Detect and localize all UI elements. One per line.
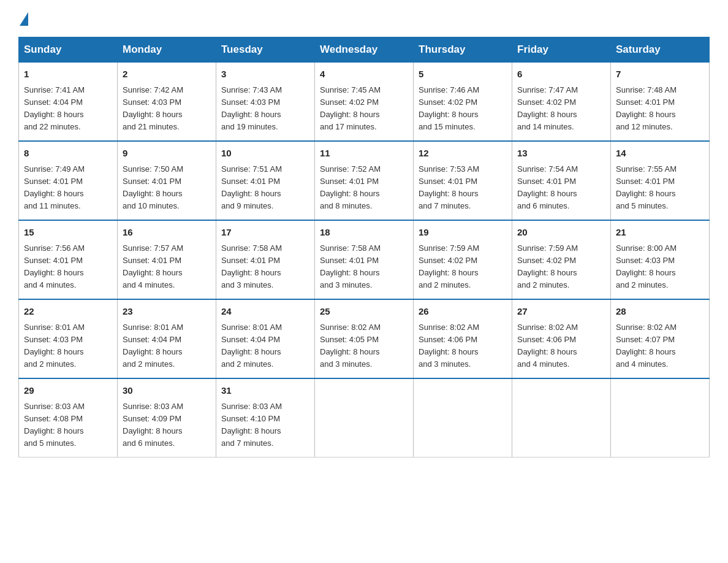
day-number: 29 [24,384,112,398]
calendar-cell: 24 Sunrise: 8:01 AMSunset: 4:04 PMDaylig… [216,299,315,378]
logo [18,12,29,26]
calendar-cell: 9 Sunrise: 7:50 AMSunset: 4:01 PMDayligh… [118,141,216,220]
calendar-cell: 3 Sunrise: 7:43 AMSunset: 4:03 PMDayligh… [216,63,315,142]
calendar-cell: 30 Sunrise: 8:03 AMSunset: 4:09 PMDaylig… [118,378,216,458]
day-number: 16 [123,226,211,240]
day-number: 22 [24,305,112,319]
day-info: Sunrise: 8:01 AMSunset: 4:04 PMDaylight:… [123,323,183,369]
day-info: Sunrise: 7:55 AMSunset: 4:01 PMDaylight:… [616,164,677,210]
day-info: Sunrise: 7:46 AMSunset: 4:02 PMDaylight:… [419,85,479,131]
day-info: Sunrise: 7:58 AMSunset: 4:01 PMDaylight:… [221,243,282,289]
day-info: Sunrise: 7:43 AMSunset: 4:03 PMDaylight:… [221,85,282,131]
day-number: 17 [221,226,309,240]
day-number: 1 [24,67,112,82]
calendar-cell: 21 Sunrise: 8:00 AMSunset: 4:03 PMDaylig… [611,220,710,299]
day-info: Sunrise: 7:51 AMSunset: 4:01 PMDaylight:… [221,164,282,210]
calendar-cell: 26 Sunrise: 8:02 AMSunset: 4:06 PMDaylig… [414,299,512,378]
day-number: 19 [419,226,507,240]
day-info: Sunrise: 7:45 AMSunset: 4:02 PMDaylight:… [320,85,381,131]
calendar-cell: 23 Sunrise: 8:01 AMSunset: 4:04 PMDaylig… [118,299,216,378]
day-number: 25 [320,305,408,319]
day-number: 28 [616,305,704,319]
calendar-cell: 6 Sunrise: 7:47 AMSunset: 4:02 PMDayligh… [512,63,611,142]
day-number: 13 [517,147,605,161]
calendar-cell: 10 Sunrise: 7:51 AMSunset: 4:01 PMDaylig… [216,141,315,220]
day-number: 20 [517,226,605,240]
calendar-cell: 20 Sunrise: 7:59 AMSunset: 4:02 PMDaylig… [512,220,611,299]
col-header-friday: Friday [512,37,611,63]
day-info: Sunrise: 7:50 AMSunset: 4:01 PMDaylight:… [123,164,183,210]
day-number: 6 [517,67,605,82]
day-info: Sunrise: 7:42 AMSunset: 4:03 PMDaylight:… [123,85,183,131]
logo-triangle-icon [20,12,28,26]
day-number: 14 [616,147,704,161]
day-number: 23 [123,305,211,319]
calendar-cell: 4 Sunrise: 7:45 AMSunset: 4:02 PMDayligh… [315,63,414,142]
day-number: 30 [123,384,211,398]
calendar-cell: 17 Sunrise: 7:58 AMSunset: 4:01 PMDaylig… [216,220,315,299]
calendar-cell: 25 Sunrise: 8:02 AMSunset: 4:05 PMDaylig… [315,299,414,378]
day-number: 9 [123,147,211,161]
day-number: 10 [221,147,309,161]
calendar-cell: 12 Sunrise: 7:53 AMSunset: 4:01 PMDaylig… [414,141,512,220]
calendar-cell: 28 Sunrise: 8:02 AMSunset: 4:07 PMDaylig… [611,299,710,378]
day-number: 18 [320,226,408,240]
day-number: 4 [320,67,408,82]
day-number: 26 [419,305,507,319]
day-info: Sunrise: 8:02 AMSunset: 4:05 PMDaylight:… [320,323,381,369]
calendar-cell: 5 Sunrise: 7:46 AMSunset: 4:02 PMDayligh… [414,63,512,142]
day-info: Sunrise: 7:52 AMSunset: 4:01 PMDaylight:… [320,164,381,210]
day-info: Sunrise: 7:56 AMSunset: 4:01 PMDaylight:… [24,243,85,289]
day-info: Sunrise: 8:03 AMSunset: 4:10 PMDaylight:… [221,402,282,448]
calendar-cell: 22 Sunrise: 8:01 AMSunset: 4:03 PMDaylig… [19,299,118,378]
col-header-thursday: Thursday [414,37,512,63]
calendar-cell [315,378,414,458]
day-info: Sunrise: 7:59 AMSunset: 4:02 PMDaylight:… [419,243,479,289]
day-info: Sunrise: 7:48 AMSunset: 4:01 PMDaylight:… [616,85,677,131]
col-header-wednesday: Wednesday [315,37,414,63]
day-number: 21 [616,226,704,240]
day-number: 7 [616,67,704,82]
day-info: Sunrise: 8:02 AMSunset: 4:06 PMDaylight:… [517,323,578,369]
calendar-cell: 18 Sunrise: 7:58 AMSunset: 4:01 PMDaylig… [315,220,414,299]
calendar-cell: 14 Sunrise: 7:55 AMSunset: 4:01 PMDaylig… [611,141,710,220]
day-info: Sunrise: 7:54 AMSunset: 4:01 PMDaylight:… [517,164,578,210]
calendar-cell: 1 Sunrise: 7:41 AMSunset: 4:04 PMDayligh… [19,63,118,142]
calendar-table: SundayMondayTuesdayWednesdayThursdayFrid… [18,37,710,458]
day-number: 5 [419,67,507,82]
day-info: Sunrise: 8:03 AMSunset: 4:09 PMDaylight:… [123,402,183,448]
day-info: Sunrise: 8:00 AMSunset: 4:03 PMDaylight:… [616,243,677,289]
day-info: Sunrise: 8:02 AMSunset: 4:06 PMDaylight:… [419,323,479,369]
day-number: 24 [221,305,309,319]
day-info: Sunrise: 7:49 AMSunset: 4:01 PMDaylight:… [24,164,85,210]
col-header-saturday: Saturday [611,37,710,63]
day-number: 31 [221,384,309,398]
calendar-cell: 13 Sunrise: 7:54 AMSunset: 4:01 PMDaylig… [512,141,611,220]
day-info: Sunrise: 8:03 AMSunset: 4:08 PMDaylight:… [24,402,85,448]
col-header-sunday: Sunday [19,37,118,63]
calendar-cell: 19 Sunrise: 7:59 AMSunset: 4:02 PMDaylig… [414,220,512,299]
calendar-cell: 2 Sunrise: 7:42 AMSunset: 4:03 PMDayligh… [118,63,216,142]
calendar-cell: 27 Sunrise: 8:02 AMSunset: 4:06 PMDaylig… [512,299,611,378]
day-number: 12 [419,147,507,161]
day-info: Sunrise: 8:01 AMSunset: 4:03 PMDaylight:… [24,323,85,369]
calendar-cell: 7 Sunrise: 7:48 AMSunset: 4:01 PMDayligh… [611,63,710,142]
col-header-tuesday: Tuesday [216,37,315,63]
calendar-cell: 16 Sunrise: 7:57 AMSunset: 4:01 PMDaylig… [118,220,216,299]
calendar-cell: 29 Sunrise: 8:03 AMSunset: 4:08 PMDaylig… [19,378,118,458]
day-info: Sunrise: 7:57 AMSunset: 4:01 PMDaylight:… [123,243,183,289]
day-number: 3 [221,67,309,82]
day-info: Sunrise: 7:59 AMSunset: 4:02 PMDaylight:… [517,243,578,289]
calendar-cell: 31 Sunrise: 8:03 AMSunset: 4:10 PMDaylig… [216,378,315,458]
day-info: Sunrise: 7:53 AMSunset: 4:01 PMDaylight:… [419,164,479,210]
day-number: 27 [517,305,605,319]
calendar-cell: 8 Sunrise: 7:49 AMSunset: 4:01 PMDayligh… [19,141,118,220]
day-info: Sunrise: 8:02 AMSunset: 4:07 PMDaylight:… [616,323,677,369]
day-info: Sunrise: 7:58 AMSunset: 4:01 PMDaylight:… [320,243,381,289]
calendar-cell: 15 Sunrise: 7:56 AMSunset: 4:01 PMDaylig… [19,220,118,299]
calendar-cell [414,378,512,458]
page-header [18,12,710,26]
calendar-cell: 11 Sunrise: 7:52 AMSunset: 4:01 PMDaylig… [315,141,414,220]
day-number: 15 [24,226,112,240]
day-info: Sunrise: 8:01 AMSunset: 4:04 PMDaylight:… [221,323,282,369]
